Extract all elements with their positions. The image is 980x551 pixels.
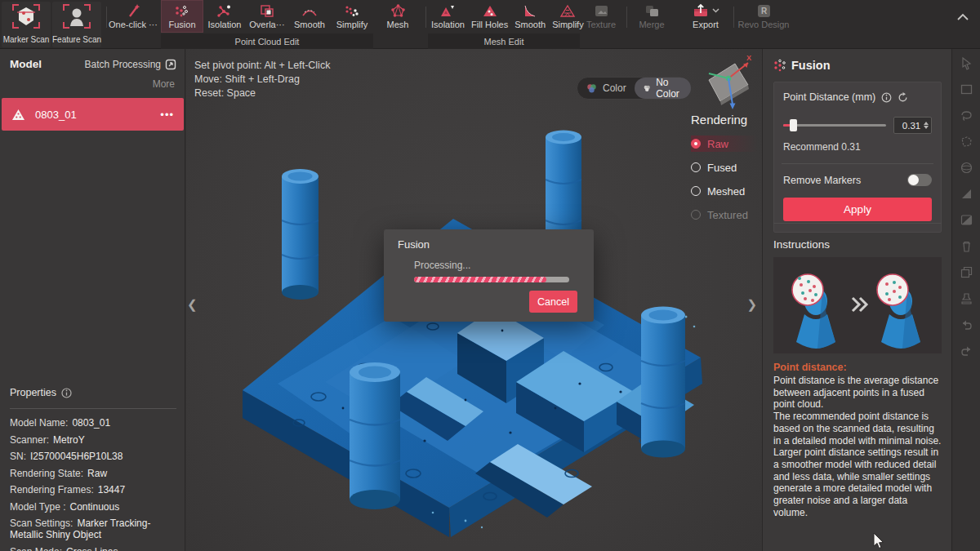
mesh-button[interactable]: Mesh — [376, 0, 420, 33]
fusion-icon — [174, 4, 190, 18]
rendering-option-meshed[interactable]: Meshed — [691, 183, 761, 199]
model-list-item[interactable]: 0803_01 ••• — [2, 98, 184, 131]
export-icon — [693, 3, 709, 18]
model-panel: Model Batch Processing More 0803_01 ••• … — [0, 49, 185, 551]
color-toggle: Color No Color — [577, 77, 691, 100]
invert-selection-icon[interactable] — [960, 213, 973, 227]
texture-button[interactable]: Texture — [579, 0, 623, 33]
property-row: SN:I25700045H6P10L38 — [10, 451, 176, 462]
model-item-menu[interactable]: ••• — [160, 109, 174, 121]
property-row: Rendering Frames:13447 — [10, 484, 176, 495]
radio-icon — [691, 186, 701, 196]
point-distance-box: Point Distance (mm) 0.31 Recommend 0.31 — [773, 82, 942, 233]
export-button[interactable]: Export — [681, 0, 730, 33]
collapse-left-panel-icon[interactable]: ❮ — [187, 297, 198, 312]
remove-markers-toggle[interactable] — [907, 174, 932, 186]
toolbar-divider — [425, 7, 426, 28]
rendering-title: Rendering — [691, 113, 761, 127]
viewport-3d[interactable]: Set pivot point: Alt + Left-Click Move: … — [186, 49, 762, 551]
stamp-icon[interactable] — [960, 291, 973, 305]
no-color-label: No Color — [656, 77, 683, 100]
merge-button[interactable]: Merge — [630, 0, 674, 33]
stepper-icon[interactable] — [924, 122, 929, 129]
mesh-isolation-label: Isolation — [431, 20, 465, 29]
overlap-button[interactable]: Overla··· — [246, 0, 288, 33]
sphere-select-icon[interactable] — [960, 161, 973, 175]
batch-processing-icon — [165, 59, 176, 70]
mesh-isolation-button[interactable]: Isolation — [428, 0, 468, 33]
rendering-option-fused[interactable]: Fused — [691, 159, 761, 176]
apply-button[interactable]: Apply — [783, 198, 932, 221]
revo-design-icon: R — [756, 4, 772, 18]
scan-model-render — [220, 122, 743, 547]
instructions-title: Instructions — [773, 238, 830, 251]
marker-scan-label: Marker Scan — [3, 35, 50, 44]
pc-smooth-button[interactable]: Smooth — [288, 0, 331, 33]
magic-wand-icon — [125, 3, 141, 18]
svg-text:X: X — [746, 54, 751, 62]
mesh-edit-caption: Mesh Edit — [428, 33, 580, 49]
redo-icon[interactable] — [960, 344, 973, 358]
fusion-tool-button[interactable]: Fusion — [161, 0, 203, 33]
lasso-select-icon[interactable] — [960, 109, 973, 122]
point-cloud-edit-caption: Point Cloud Edit — [161, 33, 373, 49]
chevron-down-icon — [712, 8, 719, 13]
point-distance-slider[interactable] — [783, 119, 886, 131]
more-button[interactable]: More — [153, 78, 175, 90]
feature-scan-icon — [63, 4, 91, 29]
duplicate-icon[interactable] — [960, 265, 973, 279]
slider-handle[interactable] — [790, 119, 797, 131]
point-distance-description: Point distance is the average distance b… — [773, 375, 943, 518]
rect-select-icon[interactable] — [960, 82, 973, 96]
point-distance-heading: Point distance: — [773, 362, 847, 373]
delete-icon[interactable] — [960, 239, 973, 253]
polygon-select-icon[interactable] — [960, 135, 973, 149]
batch-processing-button[interactable]: Batch Processing — [85, 59, 176, 70]
overlap-label: Overla··· — [249, 20, 284, 29]
one-click-label: One-click ··· — [109, 20, 158, 29]
one-click-button[interactable]: One-click ··· — [108, 0, 158, 33]
rendering-option-raw[interactable]: Raw — [691, 136, 761, 152]
marker-scan-button[interactable]: Marker Scan — [2, 2, 51, 47]
triangle-select-icon[interactable] — [960, 187, 973, 201]
mesh-simplify-icon — [559, 4, 576, 18]
slider-track — [783, 124, 886, 127]
collapse-toolbar-icon[interactable] — [957, 13, 969, 21]
mesh-smooth-button[interactable]: Smooth — [511, 0, 549, 33]
mesh-edit-group: Isolation Fill Holes Smooth — [428, 0, 580, 49]
properties-section: Properties Model Name:0803_01 Scanner:Me… — [10, 387, 176, 551]
point-distance-input[interactable]: 0.31 — [893, 117, 932, 134]
svg-text:R: R — [761, 7, 768, 16]
undo-icon[interactable] — [960, 318, 973, 331]
feature-scan-button[interactable]: Feature Scan — [52, 2, 101, 47]
merge-label: Merge — [639, 20, 664, 29]
selection-tool-strip — [951, 49, 980, 551]
reset-icon[interactable] — [898, 92, 908, 103]
fill-holes-button[interactable]: Fill Holes — [468, 0, 511, 33]
collapse-right-panel-icon[interactable]: ❯ — [746, 297, 757, 312]
cancel-button[interactable]: Cancel — [529, 291, 577, 313]
batch-processing-label: Batch Processing — [85, 59, 161, 70]
point-distance-label: Point Distance (mm) — [783, 91, 875, 103]
description-paragraph: Point distance is the average distance b… — [773, 375, 943, 411]
toolbar-divider — [106, 7, 107, 28]
property-row: Scanner:MetroY — [10, 434, 176, 446]
description-paragraph: The recommended point distance is based … — [773, 411, 943, 447]
mesh-smooth-icon — [522, 4, 538, 18]
no-color-option[interactable]: No Color — [635, 78, 692, 99]
pc-simplify-button[interactable]: Simplify — [331, 0, 373, 33]
color-icon — [586, 83, 598, 94]
hint-line: Move: Shift + Left-Drag — [194, 73, 330, 87]
info-icon[interactable] — [61, 388, 72, 398]
property-row: Model Name:0803_01 — [10, 417, 176, 429]
model-panel-title: Model — [10, 58, 42, 70]
orientation-gizmo[interactable]: X — [694, 52, 756, 114]
color-option[interactable]: Color — [577, 78, 635, 99]
pc-isolation-button[interactable]: Isolation — [203, 0, 246, 33]
toggle-knob — [908, 175, 919, 185]
fusion-progress-dialog: Fusion Processing... Cancel — [384, 229, 594, 322]
select-icon[interactable] — [960, 56, 973, 70]
info-icon[interactable] — [881, 92, 892, 103]
revo-design-button[interactable]: R Revo Design — [737, 0, 791, 33]
rendering-option-textured[interactable]: Textured — [691, 207, 761, 223]
